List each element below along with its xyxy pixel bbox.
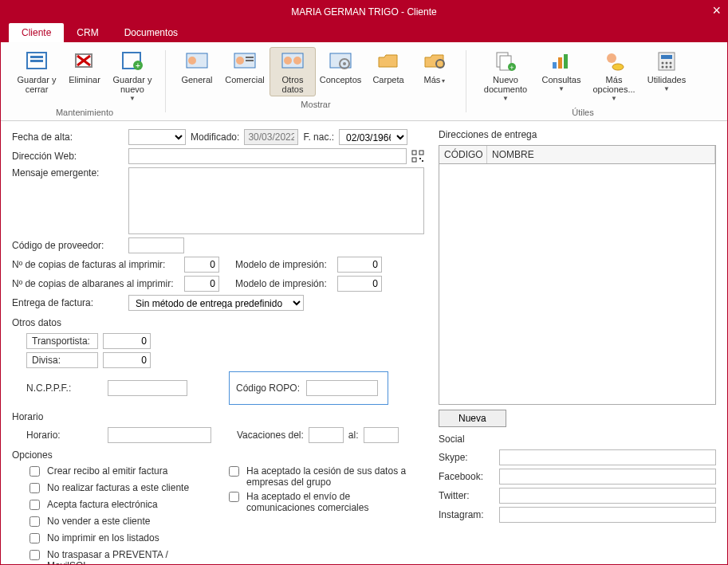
chk-no-imprimir[interactable]: No imprimir en los listados [26, 532, 210, 546]
svg-rect-27 [558, 57, 562, 69]
svg-point-12 [236, 57, 244, 65]
al-label: al: [348, 430, 359, 441]
chk-no-facturas[interactable]: No realizar facturas a este cliente [26, 482, 210, 496]
ribbon-consultas[interactable]: Consultas ▼ [537, 47, 586, 104]
mensaje-emergente-field[interactable] [128, 167, 424, 234]
svg-rect-1 [30, 56, 43, 58]
svg-rect-42 [419, 158, 421, 159]
svg-point-37 [666, 66, 668, 69]
vacaciones-desde-field[interactable] [309, 427, 344, 443]
modelo-impresion-label-1: Modelo de impresión: [235, 259, 333, 270]
facebook-label: Facebook: [439, 471, 494, 482]
vacaciones-hasta-field[interactable] [364, 427, 399, 443]
svg-rect-28 [564, 54, 568, 69]
save-close-icon [23, 49, 50, 73]
facebook-field[interactable] [499, 469, 716, 485]
ncppf-label: N.C.P.P.F.: [26, 383, 103, 394]
svg-rect-13 [246, 57, 254, 58]
col-nombre[interactable]: NOMBRE [487, 146, 715, 163]
new-document-icon: + [492, 49, 519, 73]
chk-cesion-datos[interactable]: Ha aceptado la cesión de sus datos a emp… [226, 465, 417, 488]
svg-rect-32 [661, 55, 672, 59]
copias-facturas-field[interactable] [184, 257, 219, 273]
folder-gear-icon [421, 49, 448, 73]
ribbon-nuevo-documento[interactable]: + Nuevo documento ▼ [474, 47, 537, 104]
twitter-field[interactable] [499, 488, 716, 504]
qr-icon[interactable] [411, 150, 424, 163]
entrega-factura-select[interactable]: Sin método de entrega predefinido [128, 295, 304, 311]
ribbon-guardar-cerrar[interactable]: Guardar y cerrar [12, 47, 61, 104]
horario-field[interactable] [108, 427, 211, 443]
fnac-select[interactable]: 02/03/1966 [339, 129, 407, 145]
modelo-impresion-field-2[interactable] [337, 276, 382, 292]
direcciones-table-body[interactable] [439, 164, 716, 405]
tab-cliente[interactable]: Cliente [9, 23, 64, 42]
chevron-down-icon: ▼ [663, 85, 670, 92]
ribbon-conceptos[interactable]: Conceptos [316, 47, 365, 96]
save-new-icon: + [119, 49, 146, 73]
chk-crear-recibo[interactable]: Crear recibo al emitir factura [26, 465, 210, 479]
ribbon-comercial[interactable]: Comercial [220, 47, 270, 96]
svg-text:+: + [510, 64, 514, 72]
direcciones-table-header: CÓDIGO NOMBRE [439, 145, 716, 164]
fecha-alta-label: Fecha de alta: [12, 131, 124, 143]
fecha-alta-select[interactable] [128, 129, 186, 145]
divisa-label: Divisa: [26, 352, 98, 368]
chevron-down-icon: ▾ [440, 77, 445, 84]
ribbon-general[interactable]: General [174, 47, 220, 96]
ribbon: Guardar y cerrar Eliminar + Guardar y nu… [1, 42, 727, 121]
user-card-icon [183, 49, 211, 73]
codigo-ropo-label: Código ROPO: [236, 383, 300, 394]
instagram-field[interactable] [499, 507, 716, 523]
divisa-field[interactable] [103, 352, 151, 368]
modelo-impresion-field-1[interactable] [337, 257, 382, 273]
ribbon-eliminar[interactable]: Eliminar [61, 47, 108, 104]
ribbon-group-mostrar: Mostrar [301, 100, 330, 109]
folder-icon [375, 49, 402, 73]
svg-point-38 [670, 66, 672, 69]
ribbon-guardar-nuevo[interactable]: + Guardar y nuevo ▼ [108, 47, 157, 104]
chk-envio-comunicaciones[interactable]: Ha aceptado el envío de comunicaciones c… [226, 491, 417, 513]
twitter-label: Twitter: [439, 490, 494, 501]
entrega-factura-label: Entrega de factura: [12, 297, 124, 308]
svg-point-34 [666, 62, 668, 65]
copias-albaranes-field[interactable] [184, 276, 219, 292]
ribbon-mas[interactable]: Más ▾ [411, 47, 458, 96]
svg-rect-40 [419, 151, 423, 155]
ribbon-utilidades[interactable]: Utilidades ▼ [642, 47, 691, 104]
direccion-web-label: Dirección Web: [12, 151, 124, 162]
chk-acepta-efactura[interactable]: Acepta factura electrónica [26, 499, 210, 512]
transportista-field[interactable] [103, 333, 151, 349]
title-bar: MARIA GERMAN TRIGO - Cliente × [1, 1, 727, 23]
svg-point-36 [662, 66, 664, 69]
tab-crm[interactable]: CRM [64, 23, 111, 42]
transportista-label: Transportista: [26, 333, 98, 349]
svg-rect-26 [553, 62, 557, 69]
modelo-impresion-label-2: Modelo de impresión: [235, 278, 333, 289]
ribbon-mas-opciones[interactable]: Más opciones... ▼ [586, 47, 642, 104]
chk-no-traspasar[interactable]: No traspasar a PREVENTA / MovilSOL [26, 549, 210, 565]
close-icon[interactable]: × [712, 2, 721, 19]
nueva-button[interactable]: Nueva [439, 410, 506, 427]
skype-field[interactable] [499, 449, 716, 465]
copias-albaranes-label: Nº de copias de albaranes al imprimir: [12, 278, 179, 289]
chevron-down-icon: ▼ [558, 85, 565, 92]
chevron-down-icon: ▼ [611, 95, 617, 102]
commercial-icon [231, 49, 258, 73]
skype-label: Skype: [439, 452, 494, 463]
svg-point-20 [343, 62, 346, 65]
tab-documentos[interactable]: Documentos [112, 23, 191, 42]
horario-label: Horario: [26, 430, 103, 441]
copias-facturas-label: Nº de copias de facturas al imprimir: [12, 259, 179, 270]
ncppf-field[interactable] [108, 380, 187, 396]
ribbon-otros-datos[interactable]: Otros datos [270, 47, 316, 96]
col-codigo[interactable]: CÓDIGO [439, 146, 487, 163]
codigo-proveedor-field[interactable] [128, 237, 184, 253]
svg-point-33 [662, 62, 664, 65]
ribbon-carpeta[interactable]: Carpeta [365, 47, 411, 96]
direccion-web-field[interactable] [128, 148, 407, 164]
codigo-ropo-field[interactable] [306, 380, 378, 396]
modificado-label: Modificado: [191, 131, 239, 143]
chk-no-vender[interactable]: No vender a este cliente [26, 516, 210, 529]
svg-rect-39 [412, 151, 416, 155]
